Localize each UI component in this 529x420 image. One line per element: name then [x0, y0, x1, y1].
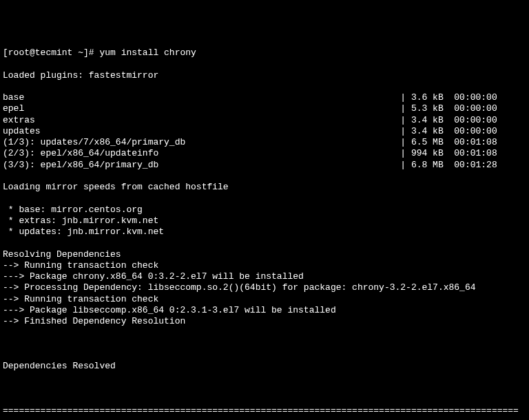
repo-row: (3/3): epel/x86_64/primary_db | 6.8 MB 0… — [3, 160, 526, 171]
dep-line: ---> Package libseccomp.x86_64 0:2.3.1-3… — [3, 305, 526, 316]
repo-row: updates | 3.4 kB 00:00:00 — [3, 126, 526, 137]
repo-row: (1/3): updates/7/x86_64/primary_db | 6.5… — [3, 137, 526, 148]
repo-row: base | 3.6 kB 00:00:00 — [3, 92, 526, 103]
table-divider: ========================================… — [3, 406, 526, 417]
command-line[interactable]: [root@tecmint ~]# yum install chrony — [3, 48, 526, 59]
mirror-row: * extras: jnb.mirror.kvm.net — [3, 216, 526, 227]
dep-line: --> Running transaction check — [3, 294, 526, 305]
repo-row: epel | 5.3 kB 00:00:00 — [3, 103, 526, 114]
dep-line: Resolving Dependencies — [3, 249, 526, 260]
repo-row: extras | 3.4 kB 00:00:00 — [3, 115, 526, 126]
repo-row: (2/3): epel/x86_64/updateinfo | 994 kB 0… — [3, 148, 526, 159]
dep-line: --> Running transaction check — [3, 260, 526, 271]
mirror-row: * base: mirror.centos.org — [3, 204, 526, 216]
dep-line: --> Finished Dependency Resolution — [3, 316, 526, 327]
shell-prompt: [root@tecmint ~]# — [3, 48, 99, 58]
deps-resolved: Dependencies Resolved — [3, 361, 526, 372]
blank-line — [3, 384, 526, 395]
blank-line — [3, 339, 526, 350]
dep-line: --> Processing Dependency: libseccomp.so… — [3, 282, 526, 293]
dep-line: ---> Package chrony.x86_64 0:3.2-2.el7 w… — [3, 271, 526, 282]
plugins-line: Loaded plugins: fastestmirror — [3, 70, 526, 81]
command-text: yum install chrony — [99, 48, 196, 58]
mirror-header: Loading mirror speeds from cached hostfi… — [3, 182, 526, 193]
mirror-row: * updates: jnb.mirror.kvm.net — [3, 227, 526, 238]
